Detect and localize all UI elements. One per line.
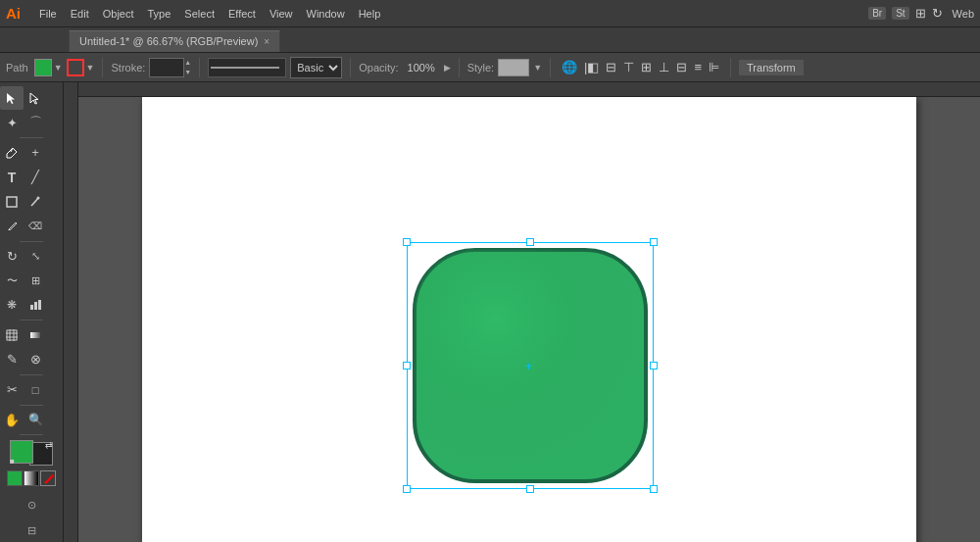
column-graph-tool-btn[interactable] bbox=[24, 293, 47, 317]
stroke-weight-input[interactable] bbox=[149, 58, 184, 77]
web-label: Web bbox=[953, 8, 974, 20]
stroke-color-swatch[interactable] bbox=[67, 59, 84, 76]
blend-tool-btn[interactable]: ⊗ bbox=[24, 348, 47, 371]
color-swatch-area: ⇄ ■ bbox=[10, 440, 53, 466]
line-tool-btn[interactable]: ╱ bbox=[24, 166, 47, 189]
distribute-gap-icon[interactable]: ⊫ bbox=[706, 59, 722, 75]
style-swatch[interactable] bbox=[498, 59, 529, 76]
swap-colors-btn[interactable]: ⇄ bbox=[45, 440, 53, 450]
gradient-tool-btn[interactable] bbox=[24, 323, 47, 347]
align-center-h-icon[interactable]: ⊟ bbox=[603, 59, 619, 75]
green-shape[interactable] bbox=[407, 242, 654, 489]
art-board-tool-btn[interactable]: □ bbox=[24, 378, 47, 402]
separator-2 bbox=[199, 58, 200, 77]
globe-icon[interactable]: 🌐 bbox=[559, 59, 580, 75]
stock-btn[interactable]: St bbox=[892, 7, 908, 20]
menu-help[interactable]: Help bbox=[359, 8, 381, 20]
menu-file[interactable]: File bbox=[39, 8, 57, 20]
fill-color-swatch[interactable] bbox=[34, 59, 52, 76]
svg-rect-5 bbox=[38, 300, 41, 310]
distribute-v-icon[interactable]: ≡ bbox=[691, 59, 705, 75]
tab-close-btn[interactable]: × bbox=[264, 36, 270, 47]
sync-icon[interactable]: ↻ bbox=[932, 6, 943, 21]
color-mode-color[interactable] bbox=[7, 470, 23, 486]
separator-6 bbox=[730, 58, 731, 77]
rotate-tool-btn[interactable]: ↻ bbox=[0, 244, 24, 268]
select-tool-btn[interactable] bbox=[0, 86, 24, 110]
view-mode-btn[interactable]: ⊙ bbox=[20, 493, 43, 517]
mesh-tool-btn[interactable] bbox=[0, 323, 24, 347]
align-top-icon[interactable]: ⊤ bbox=[620, 59, 637, 75]
menu-view[interactable]: View bbox=[270, 8, 293, 20]
scale-tool-btn[interactable]: ⤡ bbox=[24, 244, 47, 268]
stroke-dropdown-arrow[interactable]: ▼ bbox=[86, 63, 95, 73]
type-tool-btn[interactable]: T bbox=[0, 166, 24, 189]
symbol-sprayer-tool-btn[interactable]: ❋ bbox=[0, 293, 24, 317]
add-anchor-tool-btn[interactable]: + bbox=[24, 141, 47, 165]
hand-tool-btn[interactable]: ✋ bbox=[0, 408, 24, 431]
style-dropdown-arrow[interactable]: ▼ bbox=[533, 63, 542, 73]
path-label: Path bbox=[6, 62, 28, 74]
svg-rect-3 bbox=[30, 305, 33, 310]
screen-mode-btn[interactable]: ⊟ bbox=[20, 518, 43, 542]
bridge-btn[interactable]: Br bbox=[868, 7, 886, 20]
color-mode-row bbox=[7, 470, 56, 486]
tool-pair-rotate: ↻ ⤡ bbox=[0, 244, 63, 268]
distribute-h-icon[interactable]: ⊟ bbox=[673, 59, 690, 75]
menu-edit[interactable]: Edit bbox=[71, 8, 89, 20]
stroke-style-select[interactable]: Basic bbox=[290, 57, 342, 78]
pencil-tool-btn[interactable] bbox=[0, 215, 24, 238]
tab-title: Untitled-1* @ 66.67% (RGB/Preview) bbox=[79, 35, 258, 47]
menu-window[interactable]: Window bbox=[307, 8, 345, 20]
opacity-arrow[interactable]: ▶ bbox=[444, 63, 451, 73]
stroke-line-preview bbox=[208, 58, 286, 77]
main-area: ✦ ⌒ + T ╱ ⌫ bbox=[0, 82, 980, 542]
tools-panel: ✦ ⌒ + T ╱ ⌫ bbox=[0, 82, 64, 542]
stroke-label: Stroke: bbox=[111, 62, 145, 74]
lasso-tool-btn[interactable]: ⌒ bbox=[24, 111, 47, 134]
fill-dropdown-arrow[interactable]: ▼ bbox=[54, 63, 63, 73]
separator-1 bbox=[102, 58, 103, 77]
stroke-up-arrow[interactable]: ▲ bbox=[184, 58, 191, 68]
warp-tool-btn[interactable]: 〜 bbox=[0, 269, 24, 292]
app-logo: Ai bbox=[6, 5, 21, 22]
tool-pair-hand: ✋ 🔍 bbox=[0, 408, 63, 431]
stroke-down-arrow[interactable]: ▼ bbox=[184, 68, 191, 77]
artboard: + bbox=[142, 97, 916, 542]
grid-icon[interactable]: ⊞ bbox=[915, 6, 926, 21]
direct-select-tool-btn[interactable] bbox=[24, 86, 47, 110]
tool-pair-pencil: ⌫ bbox=[0, 215, 63, 238]
color-mode-gradient[interactable] bbox=[24, 470, 39, 486]
align-middle-v-icon[interactable]: ⊞ bbox=[638, 59, 655, 75]
transform-button[interactable]: Transform bbox=[739, 60, 804, 75]
menu-select[interactable]: Select bbox=[184, 8, 215, 20]
default-colors-btn[interactable]: ■ bbox=[10, 457, 15, 466]
menu-effect[interactable]: Effect bbox=[228, 8, 256, 20]
zoom-tool-btn[interactable]: 🔍 bbox=[24, 408, 47, 431]
separator-3 bbox=[350, 58, 351, 77]
options-toolbar: Path ▼ ▼ Stroke: ▲ ▼ Basic Opacity: 100%… bbox=[0, 53, 980, 82]
eraser-tool-btn[interactable]: ⌫ bbox=[24, 215, 47, 238]
pen-tool-btn[interactable] bbox=[0, 141, 24, 165]
magic-wand-tool-btn[interactable]: ✦ bbox=[0, 111, 24, 134]
shape-container: + bbox=[407, 242, 654, 489]
color-mode-none[interactable] bbox=[40, 470, 56, 486]
free-transform-tool-btn[interactable]: ⊞ bbox=[24, 269, 47, 292]
paintbrush-tool-btn[interactable] bbox=[24, 190, 47, 214]
menu-object[interactable]: Object bbox=[103, 8, 134, 20]
tool-pair-symbol: ❋ bbox=[0, 293, 63, 317]
align-icons-group: 🌐 |◧ ⊟ ⊤ ⊞ ⊥ ⊟ ≡ ⊫ bbox=[559, 59, 722, 75]
eyedropper-tool-btn[interactable]: ✎ bbox=[0, 348, 24, 371]
svg-rect-13 bbox=[415, 250, 646, 481]
document-tab[interactable]: Untitled-1* @ 66.67% (RGB/Preview) × bbox=[69, 30, 280, 52]
rectangle-tool-btn[interactable] bbox=[0, 190, 24, 214]
tool-pair-warp: 〜 ⊞ bbox=[0, 269, 63, 292]
tool-pair-type: T ╱ bbox=[0, 166, 63, 189]
scissors-tool-btn[interactable]: ✂ bbox=[0, 378, 24, 402]
align-left-icon[interactable]: |◧ bbox=[581, 59, 602, 75]
menu-type[interactable]: Type bbox=[148, 8, 172, 20]
tool-pair-scissors: ✂ □ bbox=[0, 378, 63, 402]
tool-pair-magic: ✦ ⌒ bbox=[0, 111, 63, 134]
align-bottom-icon[interactable]: ⊥ bbox=[656, 59, 672, 75]
tool-pair-eyedropper: ✎ ⊗ bbox=[0, 348, 63, 371]
